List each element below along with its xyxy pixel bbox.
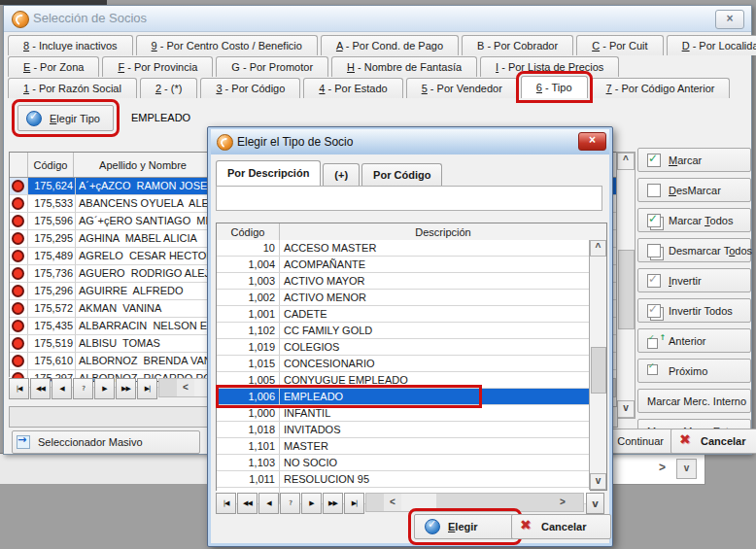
record-marker-icon xyxy=(12,267,24,280)
filter-tab[interactable]: B - Por Cobrador xyxy=(462,35,573,55)
scroll-left-icon[interactable]: < xyxy=(177,379,194,396)
navigator-button[interactable]: ◀◀ xyxy=(30,378,51,399)
code-column-header[interactable]: Código xyxy=(28,153,74,177)
marker-column-header xyxy=(10,153,28,177)
navigator-button[interactable]: ▶ xyxy=(301,493,322,514)
type-row[interactable]: 10 ACCESO MASTER xyxy=(217,240,590,257)
type-row[interactable]: 1,102 CC FAMILY GOLD xyxy=(217,323,590,339)
filter-tab[interactable]: 4 - Por Estado xyxy=(303,78,402,98)
type-row[interactable]: 1,004 ACOMPAÑANTE xyxy=(217,257,590,273)
hscrollbar-thumb[interactable] xyxy=(401,494,436,511)
filter-tab[interactable]: F - Por Provincia xyxy=(102,56,213,77)
filter-tab[interactable]: 2 - (*) xyxy=(140,78,198,98)
choose-button[interactable]: Elegir xyxy=(414,514,516,539)
filter-tab[interactable]: 8 - Incluye inactivos xyxy=(8,35,133,55)
side-action-button[interactable]: DesMarcar xyxy=(637,178,751,202)
side-action-button[interactable]: Invertir Todos xyxy=(637,298,751,323)
type-row[interactable]: 1,015 CONCESIONARIO xyxy=(217,356,590,372)
navigator-button[interactable]: ▶| xyxy=(344,493,364,514)
close-button[interactable]: × xyxy=(715,10,744,29)
filter-tab[interactable]: 5 - Por Vendedor xyxy=(406,78,518,98)
mass-selector-button[interactable]: Seleccionador Masivo xyxy=(12,430,200,454)
type-row[interactable]: 1,019 COLEGIOS xyxy=(217,339,590,356)
navigator-button[interactable]: |◀ xyxy=(9,378,29,399)
side-action-button[interactable]: Marcar xyxy=(637,148,751,172)
type-row[interactable]: 1,000 INFANTIL xyxy=(217,405,590,422)
navigator-button[interactable]: ▶▶ xyxy=(323,493,343,514)
filter-tab[interactable]: A - Por Cond. de Pago xyxy=(321,35,459,55)
dialog-title: Elegir el Tipo de Socio xyxy=(237,135,353,149)
cancel-button[interactable]: Cancelar xyxy=(670,429,756,454)
filter-tab[interactable]: 7 - Por Código Anterior xyxy=(591,78,731,98)
side-action-button[interactable]: Marcar Todos xyxy=(637,208,751,232)
side-action-button[interactable]: Marcar Merc. Interno xyxy=(637,389,751,413)
dropdown-arrow-icon[interactable]: v xyxy=(676,459,697,479)
navigator-button[interactable]: ◀ xyxy=(258,493,279,514)
navigator-button[interactable]: ◀ xyxy=(52,378,72,399)
scroll-down-icon[interactable]: v xyxy=(590,473,606,490)
scroll-down-icon[interactable]: v xyxy=(617,400,635,418)
dialog-close-button[interactable]: × xyxy=(578,132,606,151)
types-scrollbar[interactable]: ^ v xyxy=(589,240,606,490)
side-action-button[interactable]: Invertir xyxy=(637,268,751,292)
navigator-button[interactable]: ▶ xyxy=(94,378,115,399)
filter-tab[interactable]: D - Por Localidad xyxy=(667,35,756,55)
dialog-tab[interactable]: Por Descripción xyxy=(216,160,321,186)
type-description: NO SOCIO xyxy=(280,455,590,470)
type-row[interactable]: 1,101 MASTER xyxy=(217,438,590,455)
name-column-header[interactable]: Apellido y Nombre xyxy=(74,153,212,177)
types-navigator: |◀◀◀◀?▶▶▶▶| < > v xyxy=(216,493,605,512)
tab-row-1: 8 - Incluye inactivos9 - Por Centro Cost… xyxy=(8,34,756,55)
code-column-header[interactable]: Código xyxy=(217,223,280,240)
type-row[interactable]: 1,002 ACTIVO MENOR xyxy=(217,290,590,306)
types-hscrollbar[interactable]: < > xyxy=(365,493,584,512)
side-button-label: Desmarcar Todos xyxy=(669,245,752,257)
scroll-down-icon[interactable]: v xyxy=(586,493,604,514)
navigator-button[interactable]: ? xyxy=(73,378,93,399)
type-row[interactable]: 1,103 NO SOCIO xyxy=(217,455,590,471)
dialog-cancel-button[interactable]: Cancelar xyxy=(511,514,611,539)
scroll-up-icon[interactable]: ^ xyxy=(617,153,635,170)
scroll-left-icon[interactable]: < xyxy=(384,494,401,511)
filter-tab[interactable]: I - Por Lista de Precios xyxy=(480,56,619,77)
type-search-input[interactable] xyxy=(216,186,602,211)
member-code: 175,435 xyxy=(28,318,76,334)
type-row[interactable]: 1,005 CONYUGUE EMPLEADO xyxy=(217,372,590,389)
side-action-button[interactable]: Próximo xyxy=(637,359,751,383)
navigator-button[interactable]: ▶▶ xyxy=(116,378,136,399)
type-row[interactable]: 1,003 ACTIVO MAYOR xyxy=(217,273,590,290)
scrollbar-thumb[interactable] xyxy=(618,250,635,329)
scrollbar-thumb[interactable] xyxy=(591,347,606,394)
navigator-button[interactable]: ? xyxy=(280,493,300,514)
filter-tab[interactable]: 9 - Por Centro Costo / Beneficio xyxy=(136,35,318,55)
navigator-button[interactable]: ▶| xyxy=(137,378,157,399)
filter-tab[interactable]: 3 - Por Código xyxy=(200,78,300,98)
scroll-up-icon[interactable]: ^ xyxy=(590,240,606,257)
app-logo-icon xyxy=(12,11,29,28)
filter-tab[interactable]: H - Nombre de Fantasía xyxy=(331,56,477,77)
record-marker-icon xyxy=(12,302,24,315)
dialog-tab[interactable]: (+) xyxy=(323,163,360,186)
description-column-header[interactable]: Descripción xyxy=(280,223,606,240)
filter-tab[interactable]: 1 - Por Razón Social xyxy=(8,78,137,98)
filter-tab[interactable]: G - Por Promotor xyxy=(216,56,328,77)
type-row[interactable]: 1,011 RESOLUCION 95 xyxy=(217,471,590,488)
filter-tab[interactable]: C - Por Cuit xyxy=(576,35,663,55)
navigator-button[interactable]: ◀◀ xyxy=(237,493,258,514)
scroll-right-icon[interactable]: > xyxy=(556,494,569,511)
side-action-button[interactable]: Desmarcar Todos xyxy=(637,238,751,262)
navigator-button[interactable]: |◀ xyxy=(216,493,236,514)
type-row[interactable]: 1,006 EMPLEADO xyxy=(217,389,590,405)
filter-tab[interactable]: E - Por Zona xyxy=(8,56,99,77)
scroll-right-icon[interactable]: > xyxy=(659,461,666,474)
members-scrollbar[interactable]: ^ v xyxy=(616,152,636,419)
filter-tab[interactable]: 6 - Tipo xyxy=(521,76,588,98)
side-action-button[interactable]: Anterior xyxy=(637,328,751,353)
marker-cell xyxy=(10,178,28,194)
type-row[interactable]: 1,018 INVITADOS xyxy=(217,422,590,438)
type-code: 10 xyxy=(217,240,280,256)
dialog-tab[interactable]: Por Código xyxy=(361,163,442,186)
choose-type-button[interactable]: Elegir Tipo xyxy=(17,105,114,131)
type-row[interactable]: 1,001 CADETE xyxy=(217,306,590,323)
app-logo-icon xyxy=(217,134,233,151)
